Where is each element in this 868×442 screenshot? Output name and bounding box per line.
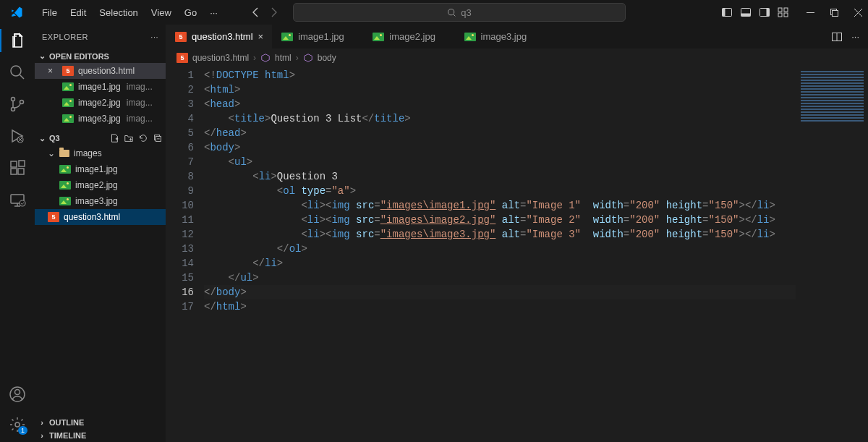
layout-panel-icon[interactable] bbox=[740, 7, 752, 18]
chevron-down-icon: ⌄ bbox=[38, 134, 46, 143]
image-file-icon bbox=[281, 33, 293, 41]
explorer-sidebar: EXPLORER ··· ⌄ OPEN EDITORS ×5question3.… bbox=[35, 25, 166, 442]
open-editor-item[interactable]: image2.jpgimag... bbox=[35, 95, 166, 111]
image-file-icon bbox=[62, 98, 74, 107]
menu-selection[interactable]: Selection bbox=[93, 4, 143, 21]
chevron-right-icon: › bbox=[38, 431, 46, 440]
activity-explorer-icon[interactable] bbox=[9, 32, 26, 49]
chevron-down-icon: ⌄ bbox=[48, 148, 55, 158]
close-icon[interactable]: × bbox=[48, 66, 58, 76]
menu-file[interactable]: File bbox=[36, 4, 63, 21]
collapse-all-icon[interactable] bbox=[153, 133, 163, 143]
editor-area: 5question3.html×image1.jpg×image2.jpg×im… bbox=[166, 25, 868, 442]
svg-rect-18 bbox=[11, 161, 17, 167]
activity-bar: 1 bbox=[0, 25, 35, 442]
file-item[interactable]: image3.jpg bbox=[35, 193, 166, 209]
nav-back-icon[interactable] bbox=[250, 7, 261, 18]
layout-sidebar-left-icon[interactable] bbox=[721, 7, 733, 18]
image-file-icon bbox=[62, 82, 74, 91]
editor-more-icon[interactable]: ··· bbox=[851, 31, 859, 42]
editor-tabs: 5question3.html×image1.jpg×image2.jpg×im… bbox=[166, 25, 868, 49]
menu-view[interactable]: View bbox=[145, 4, 177, 21]
minimap[interactable] bbox=[796, 67, 868, 442]
image-file-icon bbox=[62, 114, 74, 123]
svg-rect-19 bbox=[11, 169, 17, 174]
outline-header[interactable]: › OUTLINE bbox=[35, 416, 166, 429]
chevron-right-icon: › bbox=[38, 418, 46, 427]
window-close-icon[interactable] bbox=[854, 9, 862, 17]
file-item[interactable]: 5question3.html bbox=[35, 209, 166, 225]
symbol-icon bbox=[260, 53, 271, 63]
image-file-icon bbox=[59, 197, 71, 205]
split-editor-icon[interactable] bbox=[831, 31, 843, 43]
html-file-icon: 5 bbox=[62, 66, 74, 76]
symbol-icon bbox=[303, 53, 313, 63]
file-name: image2.jpg bbox=[78, 98, 121, 108]
nav-forward-icon[interactable] bbox=[268, 7, 280, 18]
vscode-icon bbox=[10, 6, 23, 19]
svg-rect-20 bbox=[18, 169, 24, 174]
svg-point-26 bbox=[15, 422, 20, 427]
menu-go[interactable]: Go bbox=[179, 4, 203, 21]
explorer-more-icon[interactable]: ··· bbox=[150, 33, 158, 41]
svg-point-13 bbox=[11, 66, 21, 76]
open-editor-item[interactable]: ×5question3.html bbox=[35, 63, 166, 79]
file-name: image1.jpg bbox=[78, 82, 121, 92]
open-editor-item[interactable]: image3.jpgimag... bbox=[35, 111, 166, 127]
breadcrumbs[interactable]: 5 question3.html › html › body bbox=[166, 49, 868, 67]
html-file-icon: 5 bbox=[176, 53, 188, 63]
activity-search-icon[interactable] bbox=[9, 64, 26, 81]
file-item[interactable]: image1.jpg bbox=[35, 161, 166, 177]
window-minimize-icon[interactable] bbox=[807, 9, 814, 17]
settings-badge: 1 bbox=[18, 426, 27, 435]
activity-remote-icon[interactable] bbox=[9, 191, 26, 208]
html-file-icon: 5 bbox=[175, 32, 187, 42]
file-name: image3.jpg bbox=[78, 114, 121, 124]
svg-point-25 bbox=[15, 390, 20, 395]
svg-point-14 bbox=[12, 98, 15, 101]
code-editor[interactable]: 1234567891011121314151617 <!DOCTYPE html… bbox=[166, 67, 868, 442]
svg-rect-4 bbox=[741, 14, 751, 17]
svg-rect-7 bbox=[778, 8, 782, 12]
svg-point-0 bbox=[448, 9, 454, 14]
folder-icon bbox=[59, 150, 69, 157]
window-maximize-icon[interactable] bbox=[830, 9, 838, 17]
close-icon[interactable]: × bbox=[258, 31, 264, 42]
chevron-down-icon: ⌄ bbox=[38, 51, 46, 61]
open-editor-item[interactable]: image1.jpgimag... bbox=[35, 79, 166, 95]
explorer-title: EXPLORER bbox=[42, 33, 88, 41]
activity-settings-icon[interactable]: 1 bbox=[9, 416, 26, 433]
editor-tab[interactable]: image1.jpg× bbox=[273, 25, 364, 48]
editor-tab[interactable]: image2.jpg× bbox=[364, 25, 455, 48]
menu-more[interactable]: ··· bbox=[204, 4, 224, 21]
layout-sidebar-right-icon[interactable] bbox=[759, 7, 770, 18]
svg-rect-21 bbox=[19, 161, 25, 166]
menu-bar: File Edit Selection View Go ··· bbox=[36, 4, 224, 21]
folder-images[interactable]: ⌄images bbox=[35, 145, 166, 161]
image-file-icon bbox=[373, 33, 384, 41]
new-file-icon[interactable] bbox=[109, 133, 119, 143]
titlebar: File Edit Selection View Go ··· q3 bbox=[0, 0, 868, 25]
svg-rect-10 bbox=[784, 13, 788, 17]
html-file-icon: 5 bbox=[48, 212, 59, 222]
svg-rect-2 bbox=[723, 9, 726, 17]
activity-source-control-icon[interactable] bbox=[9, 95, 26, 113]
editor-tab[interactable]: image3.jpg× bbox=[456, 25, 547, 48]
editor-tab[interactable]: 5question3.html× bbox=[166, 25, 273, 48]
menu-edit[interactable]: Edit bbox=[64, 4, 92, 21]
refresh-icon[interactable] bbox=[138, 133, 148, 143]
search-text: q3 bbox=[461, 7, 471, 18]
svg-point-15 bbox=[12, 108, 15, 111]
activity-extensions-icon[interactable] bbox=[9, 159, 26, 177]
file-item[interactable]: image2.jpg bbox=[35, 177, 166, 193]
timeline-header[interactable]: › TIMELINE bbox=[35, 429, 166, 442]
activity-run-debug-icon[interactable] bbox=[9, 127, 26, 145]
folder-header[interactable]: ⌄ Q3 bbox=[35, 131, 166, 145]
image-file-icon bbox=[59, 165, 71, 174]
command-center-search[interactable]: q3 bbox=[293, 3, 626, 22]
activity-account-icon[interactable] bbox=[9, 386, 26, 403]
open-editors-header[interactable]: ⌄ OPEN EDITORS bbox=[35, 49, 166, 63]
svg-rect-6 bbox=[767, 9, 770, 17]
new-folder-icon[interactable] bbox=[124, 133, 134, 143]
layout-customize-icon[interactable] bbox=[778, 7, 789, 18]
